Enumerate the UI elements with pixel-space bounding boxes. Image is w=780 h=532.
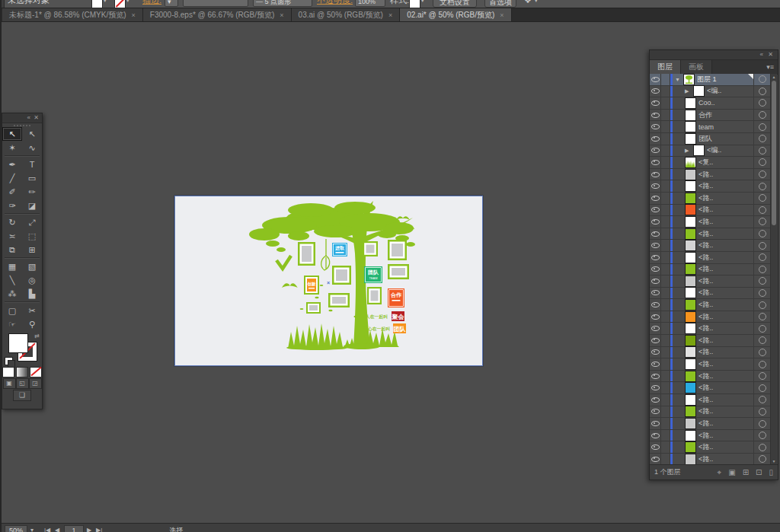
layer-name-cell[interactable]: <路..	[670, 288, 753, 299]
tab-close-icon[interactable]: ×	[132, 11, 136, 19]
layer-target-button[interactable]	[753, 110, 771, 121]
layer-name-cell[interactable]: <路..	[670, 180, 753, 192]
layer-row-9[interactable]: <路..	[650, 169, 771, 181]
preferences-button[interactable]: 首选项	[484, 0, 516, 8]
layer-row-4[interactable]: 合作	[650, 110, 771, 122]
layer-row-10[interactable]: <路..	[650, 180, 771, 193]
layer-target-button[interactable]	[753, 347, 771, 358]
layer-target-button[interactable]	[753, 311, 771, 323]
new-layer-icon[interactable]: ⊡	[756, 466, 762, 479]
expand-triangle-icon[interactable]: ▶	[685, 148, 691, 154]
new-sublayer-icon[interactable]: ⊞	[743, 466, 749, 479]
artboard-tool[interactable]: ▢	[2, 304, 22, 317]
tools-collapse-icon[interactable]: «	[27, 114, 31, 121]
layer-row-8[interactable]: <复..	[650, 157, 771, 169]
layer-name-cell[interactable]: <路..	[670, 228, 753, 240]
layer-lock-toggle[interactable]	[661, 299, 670, 311]
layer-lock-toggle[interactable]	[661, 406, 670, 418]
layer-lock-toggle[interactable]	[661, 205, 670, 216]
scrollbar-thumb[interactable]	[772, 81, 776, 225]
perspective-grid-tool[interactable]: ⊞	[22, 243, 42, 256]
layer-target-button[interactable]	[753, 205, 771, 216]
layer-row-5[interactable]: team	[650, 121, 771, 133]
first-artboard-icon[interactable]: |◀	[44, 525, 50, 532]
layer-target-button[interactable]	[753, 97, 771, 109]
layer-row-28[interactable]: <路..	[650, 394, 771, 406]
stroke-swatch[interactable]	[114, 0, 126, 8]
layer-name-cell[interactable]: ▶<编..	[670, 145, 753, 157]
layer-visibility-toggle[interactable]	[650, 180, 661, 192]
layer-visibility-toggle[interactable]	[650, 216, 661, 228]
stroke-panel-link[interactable]: 描边:	[142, 0, 161, 7]
layer-lock-toggle[interactable]	[661, 335, 670, 346]
free-transform-tool[interactable]: ⬚	[22, 229, 42, 243]
layer-row-19[interactable]: <路..	[650, 288, 771, 300]
layer-target-button[interactable]	[753, 276, 771, 287]
layer-lock-toggle[interactable]	[661, 121, 670, 132]
none-button[interactable]	[30, 367, 42, 377]
blob-brush-tool[interactable]: ✑	[2, 199, 22, 212]
layer-target-button[interactable]	[753, 418, 771, 429]
layer-visibility-toggle[interactable]	[650, 205, 661, 216]
layer-lock-toggle[interactable]	[661, 311, 670, 323]
layer-visibility-toggle[interactable]	[650, 228, 661, 240]
layer-visibility-toggle[interactable]	[650, 240, 661, 251]
layer-name-cell[interactable]: <路..	[670, 299, 753, 311]
layer-target-button[interactable]	[753, 406, 771, 418]
layer-target-button[interactable]	[753, 323, 771, 334]
delete-layer-icon[interactable]: ▯	[769, 466, 773, 479]
layer-target-button[interactable]	[753, 454, 771, 464]
layer-target-button[interactable]	[753, 252, 771, 263]
line-segment-tool[interactable]: ╱	[2, 171, 22, 185]
layer-row-33[interactable]: <路..	[650, 454, 771, 464]
fill-dropdown-icon[interactable]: ▾	[104, 0, 107, 7]
column-graph-tool[interactable]: ▙	[22, 287, 42, 301]
stroke-weight-stepper[interactable]: ▾	[165, 0, 178, 7]
layer-lock-toggle[interactable]	[661, 193, 670, 204]
layer-visibility-toggle[interactable]	[650, 382, 661, 393]
layer-visibility-toggle[interactable]	[650, 394, 661, 406]
layer-name-cell[interactable]: ▼图层 1	[670, 74, 753, 85]
layer-target-button[interactable]	[753, 394, 771, 406]
scroll-up-icon[interactable]: ▲	[771, 75, 777, 79]
layer-lock-toggle[interactable]	[661, 228, 670, 240]
tab-close-icon[interactable]: ×	[280, 11, 283, 19]
layer-lock-toggle[interactable]	[661, 394, 670, 406]
rectangle-tool[interactable]: ▭	[22, 171, 42, 185]
layers-close-icon[interactable]: ✕	[768, 51, 775, 58]
fill-color-well[interactable]	[8, 333, 28, 353]
layer-target-button[interactable]	[753, 133, 771, 145]
layer-lock-toggle[interactable]	[661, 382, 670, 393]
document-tab-1[interactable]: 未标题-1* @ 86.58% (CMYK/预览)×	[2, 8, 143, 21]
layer-name-cell[interactable]: 团队	[670, 133, 753, 145]
layer-target-button[interactable]	[753, 74, 771, 85]
layer-row-25[interactable]: <路..	[650, 358, 771, 371]
layer-visibility-toggle[interactable]	[650, 86, 661, 97]
layer-row-20[interactable]: <路..	[650, 299, 771, 311]
layer-name-cell[interactable]: <路..	[670, 430, 753, 441]
layer-row-21[interactable]: <路..	[650, 311, 771, 323]
layer-row-24[interactable]: <路..	[650, 347, 771, 359]
magic-wand-tool[interactable]: ✶	[2, 141, 22, 155]
layer-row-11[interactable]: <路..	[650, 193, 771, 205]
document-setup-button[interactable]: 文档设置	[433, 0, 477, 8]
layer-row-14[interactable]: <路..	[650, 228, 771, 241]
artboard-navigation-dropdown[interactable]: 1	[64, 525, 84, 532]
workspace-switcher-icon[interactable]: ❖	[524, 0, 532, 7]
layer-lock-toggle[interactable]	[661, 418, 670, 429]
width-tool[interactable]: ≍	[2, 229, 22, 243]
tab-close-icon[interactable]: ×	[388, 11, 392, 19]
layer-lock-toggle[interactable]	[661, 86, 670, 97]
layer-visibility-toggle[interactable]	[650, 454, 661, 464]
layer-visibility-toggle[interactable]	[650, 97, 661, 109]
layer-row-6[interactable]: 团队	[650, 133, 771, 145]
layer-lock-toggle[interactable]	[661, 347, 670, 358]
layer-name-cell[interactable]: <路..	[670, 382, 753, 393]
layer-row-1[interactable]: ▼图层 1	[650, 74, 771, 86]
layer-visibility-toggle[interactable]	[650, 347, 661, 358]
layer-visibility-toggle[interactable]	[650, 441, 661, 453]
layers-collapse-icon[interactable]: «	[760, 51, 765, 58]
layer-visibility-toggle[interactable]	[650, 145, 661, 157]
layer-name-cell[interactable]: <路..	[670, 358, 753, 370]
layer-visibility-toggle[interactable]	[650, 288, 661, 299]
